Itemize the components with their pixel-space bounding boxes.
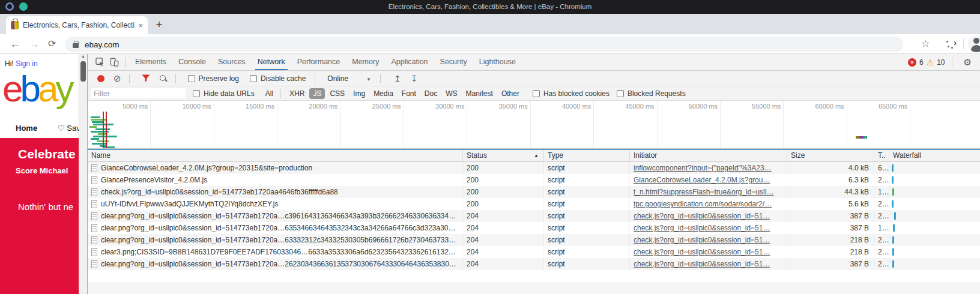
tab-close-icon[interactable]: ×: [138, 21, 143, 30]
devtools-settings-gear-icon[interactable]: ⚙: [964, 57, 972, 68]
initiator-link[interactable]: check.js?org_id=usllpic0&session_id=51…: [634, 236, 770, 244]
column-header-name[interactable]: Name: [88, 150, 463, 161]
hide-data-urls-checkbox[interactable]: Hide data URLs: [193, 89, 255, 98]
warning-icon[interactable]: ⚠: [927, 58, 934, 67]
request-row[interactable]: GlanceCobrowseLoader_4.2.0M.js?group=203…: [88, 162, 980, 174]
window-title: Electronics, Cars, Fashion, Collectibles…: [0, 0, 980, 14]
url-text[interactable]: ebay.com: [85, 40, 119, 49]
waterfall-bar: [893, 224, 895, 232]
request-row[interactable]: clear3.png;CIS3SID=9B8B148631D7E9F0EE7AD…: [88, 246, 980, 258]
column-header-status[interactable]: Status▲: [463, 150, 544, 161]
new-tab-button[interactable]: +: [151, 17, 167, 32]
error-badge-icon[interactable]: ×: [908, 58, 916, 67]
bookmark-star-icon[interactable]: ☆: [921, 34, 930, 53]
timeline-tick: 10000 ms: [151, 101, 214, 149]
cell-waterfall: [889, 258, 980, 270]
devtools-tab-memory[interactable]: Memory: [346, 54, 385, 70]
browser-tab-ebay[interactable]: Electronics, Cars, Fashion, Collecti ×: [6, 16, 148, 34]
type-filter-other[interactable]: Other: [498, 88, 523, 99]
devtools-tab-application[interactable]: Application: [385, 54, 434, 70]
column-header-time[interactable]: T..: [874, 150, 889, 161]
type-filter-all[interactable]: All: [262, 88, 277, 99]
devtools-panel-tabbar: ElementsConsoleSourcesNetworkPerformance…: [88, 54, 980, 71]
cell-time: 2…: [874, 258, 889, 270]
has-blocked-cookies-checkbox[interactable]: Has blocked cookies: [533, 89, 609, 98]
initiator-link[interactable]: t_n.html?suppressFlash=true&org_id=usll…: [634, 188, 773, 196]
devtools-tab-lighthouse[interactable]: Lighthouse: [473, 54, 522, 70]
devtools-tab-performance[interactable]: Performance: [291, 54, 346, 70]
devtools-tab-network[interactable]: Network: [252, 54, 291, 70]
initiator-link[interactable]: check.js?org_id=usllpic0&session_id=51…: [634, 224, 770, 232]
page-scrollbar[interactable]: ▲: [79, 54, 87, 294]
column-header-initiator[interactable]: Initiator: [630, 150, 787, 161]
request-row[interactable]: check.js?org_id=usllpic0&session_id=5147…: [88, 186, 980, 198]
blocked-requests-checkbox[interactable]: Blocked Requests: [617, 89, 686, 98]
type-filter-font[interactable]: Font: [398, 88, 420, 99]
clear-icon[interactable]: ⊘: [113, 74, 121, 83]
type-filter-img[interactable]: Img: [349, 88, 369, 99]
extension-icon[interactable]: ›: [946, 39, 957, 50]
devtools-tab-console[interactable]: Console: [172, 54, 212, 70]
type-filter-manifest[interactable]: Manifest: [462, 88, 497, 99]
cell-type: script: [544, 234, 630, 246]
network-overview-timeline[interactable]: 5000 ms10000 ms15000 ms20000 ms25000 ms3…: [88, 101, 980, 149]
devtools-tab-sources[interactable]: Sources: [212, 54, 252, 70]
column-header-waterfall[interactable]: Waterfall: [889, 150, 980, 161]
initiator-link[interactable]: inflowcomponent?input={"pageId"%3A23…: [634, 164, 772, 172]
script-file-icon: [91, 188, 97, 196]
type-filter-js[interactable]: JS: [309, 88, 325, 99]
column-header-type[interactable]: Type: [544, 150, 630, 161]
profile-avatar[interactable]: [968, 35, 980, 52]
filter-input[interactable]: [91, 88, 186, 98]
initiator-link[interactable]: tpc.googlesyndication.com/sodar/sodar2/…: [634, 200, 772, 208]
waterfall-bar: [892, 248, 894, 256]
sign-in-link[interactable]: Sign in: [16, 59, 38, 68]
filter-funnel-icon[interactable]: [142, 74, 150, 82]
type-filter-xhr[interactable]: XHR: [286, 88, 308, 99]
initiator-link[interactable]: check.js?org_id=usllpic0&session_id=51…: [634, 212, 770, 220]
request-row[interactable]: clear.png?org_id=usllpic0&session_id=514…: [88, 258, 980, 270]
address-bar[interactable]: ebay.com: [65, 37, 903, 52]
search-icon[interactable]: [159, 74, 168, 83]
request-row[interactable]: clear.png?org_id=usllpic0&session_id=514…: [88, 222, 980, 234]
initiator-link[interactable]: check.js?org_id=usllpic0&session_id=51…: [634, 248, 770, 256]
script-file-icon: [91, 176, 97, 184]
initiator-link[interactable]: check.js?org_id=usllpic0&session_id=51…: [634, 260, 770, 268]
column-header-size[interactable]: Size: [787, 150, 874, 161]
type-filter-ws[interactable]: WS: [442, 88, 461, 99]
devtools-tab-elements[interactable]: Elements: [129, 54, 172, 70]
throttling-select[interactable]: Online▼: [327, 74, 371, 83]
back-button[interactable]: ←: [10, 34, 20, 53]
disable-cache-checkbox[interactable]: Disable cache: [250, 74, 306, 83]
devtools-tab-security[interactable]: Security: [434, 54, 473, 70]
greeting-text: Hi!: [5, 59, 14, 68]
ebay-logo[interactable]: ebay: [2, 71, 71, 107]
request-row[interactable]: clear.png?org_id=usllpic0&session_id=514…: [88, 234, 980, 246]
scrollbar-thumb[interactable]: [80, 61, 86, 82]
cell-waterfall: [889, 186, 980, 198]
cell-waterfall: [889, 210, 980, 222]
export-har-icon[interactable]: ↧: [411, 74, 418, 83]
initiator-link[interactable]: GlanceCobrowseLoader_4.2.0M.js?grou…: [634, 176, 770, 184]
import-har-icon[interactable]: ↥: [394, 74, 401, 83]
load-event-line: [106, 112, 107, 148]
cell-type: script: [544, 186, 630, 198]
reload-button[interactable]: ⟳: [48, 34, 56, 53]
scrollbar-up-icon[interactable]: ▲: [79, 54, 87, 58]
nav-home-link[interactable]: Home: [16, 124, 37, 133]
type-filter-doc[interactable]: Doc: [421, 88, 441, 99]
script-file-icon: [91, 224, 97, 232]
preserve-log-checkbox[interactable]: Preserve log: [188, 74, 239, 83]
inspect-element-icon[interactable]: [92, 54, 107, 70]
record-button[interactable]: [97, 75, 104, 82]
lock-icon[interactable]: [73, 41, 79, 48]
type-filter-media[interactable]: Media: [370, 88, 397, 99]
request-row[interactable]: uUYt-IDfvvLFIpwwv3adQJJEKMythTQ2IYq8dchz…: [88, 198, 980, 210]
device-toolbar-icon[interactable]: [107, 54, 121, 70]
type-filter-css[interactable]: CSS: [326, 88, 348, 99]
request-row[interactable]: GlancePresenceVisitor_4.2.0M.js200script…: [88, 174, 980, 186]
nav-saved-link[interactable]: ♡ Saved: [58, 124, 79, 133]
request-row[interactable]: clear.png?org_id=usllpic0&session_id=514…: [88, 210, 980, 222]
timeline-tick: 60000 ms: [784, 101, 847, 149]
promo-banner[interactable]: Celebrate Score Michael Nothin' but ne: [0, 138, 79, 294]
